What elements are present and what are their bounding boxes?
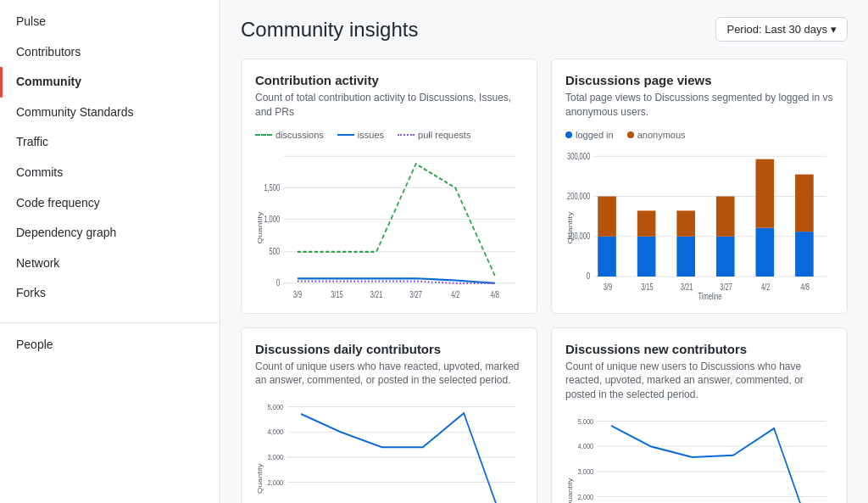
legend-line-issues (337, 134, 354, 136)
sidebar-divider (0, 322, 220, 323)
legend-item-discussions: discussions (255, 130, 324, 140)
main-content: Community insights Period: Last 30 days … (220, 0, 868, 503)
legend-label-discussions: discussions (275, 130, 324, 140)
svg-text:4/8: 4/8 (491, 289, 499, 299)
chart-title-daily-contributors: Discussions daily contributors (255, 342, 523, 356)
chart-area-daily-contributors: 0 1,000 2,000 3,000 4,000 5,000 3/9 3/15… (255, 398, 523, 503)
legend-line-discussions (255, 134, 272, 136)
svg-text:1,500: 1,500 (264, 182, 280, 192)
bar-blue-2 (637, 236, 656, 276)
sidebar-item-contributors[interactable]: Contributors (0, 37, 220, 68)
svg-text:0: 0 (587, 271, 590, 281)
svg-text:3/27: 3/27 (720, 282, 732, 291)
chart-desc-contribution: Count of total contribution activity to … (255, 91, 523, 120)
sidebar-bottom-group: People (0, 330, 220, 360)
chart-area-new-contributors: 0 1,000 2,000 3,000 4,000 5,000 3/9 3/15… (565, 412, 833, 503)
legend-label-logged-in: logged in (576, 130, 614, 140)
sidebar-item-network[interactable]: Network (0, 249, 220, 279)
chart-title-new-contributors: Discussions new contributors (565, 342, 833, 356)
sidebar-item-commits[interactable]: Commits (0, 158, 220, 188)
bar-orange-4 (716, 196, 735, 236)
svg-text:5,000: 5,000 (578, 416, 594, 426)
svg-text:3/15: 3/15 (641, 282, 654, 291)
svg-text:Quantity: Quantity (566, 478, 574, 503)
chart-card-new-contributors: Discussions new contributors Count of un… (551, 327, 848, 503)
sidebar: Pulse Contributors Community Community S… (0, 0, 220, 503)
bar-orange-2 (637, 210, 656, 236)
legend-label-issues: issues (358, 130, 384, 140)
bar-blue-3 (676, 236, 695, 276)
sidebar-item-dependency-graph[interactable]: Dependency graph (0, 218, 220, 249)
chart-card-contribution-activity: Contribution activity Count of total con… (241, 59, 537, 314)
sidebar-item-community-standards[interactable]: Community Standards (0, 98, 220, 128)
svg-text:300,000: 300,000 (567, 151, 590, 160)
svg-text:4/8: 4/8 (801, 282, 810, 291)
legend-dot-logged-in (565, 131, 572, 138)
chart-title-contribution: Contribution activity (255, 73, 523, 87)
legend-label-anonymous: anonymous (637, 130, 686, 140)
bar-orange-1 (598, 196, 616, 236)
chart-desc-page-views: Total page views to Discussions segmente… (565, 91, 833, 120)
bar-orange-6 (795, 174, 814, 232)
svg-text:500: 500 (270, 247, 281, 256)
chart-svg-page-views: 0 100,000 200,000 300,000 3/9 3/15 3/21 … (565, 147, 833, 299)
legend-label-pull-requests: pull requests (418, 130, 470, 140)
svg-text:3/9: 3/9 (293, 289, 302, 299)
legend-item-issues: issues (337, 130, 384, 140)
sidebar-nav-group: Pulse Contributors Community Community S… (0, 7, 220, 309)
sidebar-item-traffic[interactable]: Traffic (0, 127, 220, 158)
svg-text:4,000: 4,000 (578, 441, 594, 450)
period-label: Period: Last 30 days (726, 23, 827, 36)
svg-text:3,000: 3,000 (578, 467, 594, 476)
svg-text:Quantity: Quantity (567, 211, 574, 243)
svg-text:3/21: 3/21 (370, 289, 383, 299)
sidebar-item-community[interactable]: Community (0, 67, 220, 98)
chart-area-contribution: 0 500 1,000 1,500 3/9 3/15 3/21 3/27 4/2… (255, 147, 523, 299)
svg-text:1,000: 1,000 (264, 214, 280, 223)
svg-text:3,000: 3,000 (268, 452, 284, 461)
svg-text:3/21: 3/21 (681, 282, 693, 291)
main-header: Community insights Period: Last 30 days … (241, 17, 848, 42)
chevron-down-icon: ▾ (831, 23, 837, 36)
svg-text:Timeline: Timeline (698, 291, 721, 299)
svg-text:5,000: 5,000 (268, 402, 284, 411)
sidebar-item-forks[interactable]: Forks (0, 278, 220, 309)
chart-svg-contribution: 0 500 1,000 1,500 3/9 3/15 3/21 3/27 4/2… (255, 147, 523, 299)
chart-desc-daily-contributors: Count of unique users who have reacted, … (255, 360, 523, 388)
legend-dot-anonymous (627, 131, 634, 138)
svg-text:200,000: 200,000 (567, 191, 590, 200)
sidebar-item-people[interactable]: People (0, 330, 220, 360)
bar-blue-6 (795, 232, 814, 277)
chart-legend-page-views: logged in anonymous (565, 130, 833, 140)
svg-text:4,000: 4,000 (268, 428, 284, 437)
bar-blue-5 (756, 227, 775, 276)
chart-legend-contribution: discussions issues pull requests (255, 130, 523, 140)
period-button[interactable]: Period: Last 30 days ▾ (715, 17, 848, 42)
svg-text:Quantity: Quantity (256, 463, 264, 494)
bar-orange-3 (676, 210, 695, 236)
charts-grid: Contribution activity Count of total con… (241, 59, 848, 503)
svg-text:Quantity: Quantity (257, 211, 264, 243)
page-title: Community insights (241, 18, 418, 42)
chart-card-daily-contributors: Discussions daily contributors Count of … (241, 327, 537, 503)
svg-text:2,000: 2,000 (268, 478, 284, 487)
legend-item-anonymous: anonymous (627, 130, 686, 140)
chart-area-page-views: 0 100,000 200,000 300,000 3/9 3/15 3/21 … (565, 147, 833, 299)
chart-svg-daily-contributors: 0 1,000 2,000 3,000 4,000 5,000 3/9 3/15… (255, 398, 523, 503)
sidebar-item-pulse[interactable]: Pulse (0, 7, 220, 37)
chart-svg-new-contributors: 0 1,000 2,000 3,000 4,000 5,000 3/9 3/15… (565, 412, 833, 503)
bar-orange-5 (756, 159, 775, 227)
sidebar-item-code-frequency[interactable]: Code frequency (0, 188, 220, 219)
chart-desc-new-contributors: Count of unique new users to Discussions… (565, 360, 833, 402)
legend-line-pull-requests (398, 134, 415, 136)
svg-text:3/27: 3/27 (409, 289, 422, 299)
svg-text:3/15: 3/15 (331, 289, 343, 299)
svg-text:4/2: 4/2 (451, 289, 459, 299)
bar-blue-1 (598, 236, 616, 276)
svg-text:3/9: 3/9 (604, 282, 612, 291)
bar-blue-4 (716, 236, 735, 276)
legend-item-pull-requests: pull requests (398, 130, 470, 140)
chart-title-page-views: Discussions page views (565, 73, 833, 87)
svg-text:0: 0 (276, 278, 280, 288)
chart-card-page-views: Discussions page views Total page views … (551, 59, 848, 314)
